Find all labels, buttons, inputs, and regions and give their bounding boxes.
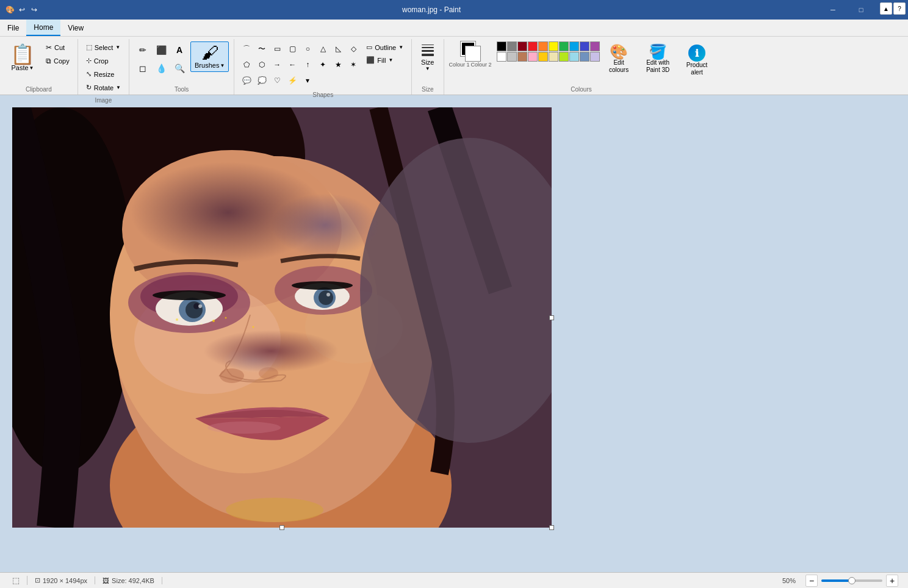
palette-swatch-12[interactable]	[517, 52, 527, 62]
copy-button[interactable]: ⧉ Copy	[43, 55, 73, 67]
shape-arrow-right[interactable]: →	[270, 57, 284, 72]
menu-file[interactable]: File	[0, 20, 26, 36]
cut-button[interactable]: ✂ Cut	[43, 41, 73, 54]
edit-paint3d-button[interactable]: 🪣 Edit with Paint 3D	[638, 41, 678, 77]
shape-curve[interactable]: ⌒	[239, 41, 254, 56]
palette-swatch-0[interactable]	[497, 41, 506, 51]
palette-swatch-13[interactable]	[528, 52, 538, 62]
minimize-button[interactable]: ─	[819, 0, 847, 20]
pencil-tool[interactable]: ✏	[134, 41, 151, 59]
svg-point-9	[128, 272, 250, 333]
product-alert-button[interactable]: ℹ Product alert	[680, 41, 714, 79]
size-button[interactable]: Size ▼	[417, 41, 438, 74]
shape-callout2[interactable]: 💭	[254, 73, 269, 88]
palette-swatch-5[interactable]	[549, 41, 558, 51]
palette-swatch-16[interactable]	[559, 52, 569, 62]
rotate-icon: ↻	[86, 84, 92, 91]
palette-swatch-18[interactable]	[580, 52, 589, 62]
svg-rect-0	[12, 107, 552, 528]
crop-label: Crop	[94, 57, 109, 65]
ribbon-help-btn[interactable]: ?	[893, 2, 906, 15]
palette-swatch-17[interactable]	[569, 52, 579, 62]
shape-triangle[interactable]: △	[315, 41, 330, 56]
colour-palette	[497, 41, 600, 62]
undo-icon[interactable]: ↩	[17, 5, 27, 15]
text-tool[interactable]: A	[171, 41, 188, 59]
edit-colours-button[interactable]: 🎨 Edit colours	[602, 41, 636, 77]
palette-swatch-11[interactable]	[507, 52, 517, 62]
select-area-icon: ⬚	[12, 576, 20, 585]
resize-handle-br[interactable]	[549, 525, 554, 530]
resize-handle-bm[interactable]	[279, 525, 284, 530]
shape-callout1[interactable]: 💬	[239, 73, 254, 88]
paste-button[interactable]: 📋 Paste ▼	[5, 41, 40, 74]
shape-heart[interactable]: ♡	[270, 73, 284, 88]
svg-point-23	[220, 368, 244, 383]
outline-button[interactable]: ▭ Outline ▼	[363, 41, 406, 53]
outline-label: Outline	[375, 44, 396, 51]
resize-handle-mr[interactable]	[549, 315, 554, 320]
shape-diamond[interactable]: ◇	[346, 41, 361, 56]
shape-more[interactable]: ▾	[300, 73, 315, 88]
palette-swatch-8[interactable]	[580, 41, 589, 51]
svg-point-12	[156, 292, 223, 326]
palette-swatch-3[interactable]	[528, 41, 538, 51]
ribbon-controls: ▲ ?	[880, 2, 906, 15]
resize-label: Resize	[94, 71, 115, 78]
palette-swatch-4[interactable]	[538, 41, 548, 51]
ribbon-collapse-btn[interactable]: ▲	[880, 2, 892, 15]
shape-arrow-up[interactable]: ↑	[300, 57, 315, 72]
shape-rounded-rect[interactable]: ▢	[285, 41, 300, 56]
shape-hexagon[interactable]: ⬡	[254, 57, 269, 72]
colorpicker-tool[interactable]: 💧	[153, 60, 170, 77]
zoom-slider[interactable]	[821, 579, 882, 582]
dimensions-text: 1920 × 1494px	[43, 577, 87, 584]
shape-right-triangle[interactable]: ◺	[331, 41, 345, 56]
colour-labels: Colour 1 Colour 2	[449, 62, 492, 68]
shape-star5[interactable]: ★	[331, 57, 345, 72]
palette-swatch-15[interactable]	[549, 52, 558, 62]
shape-squiggle[interactable]: 〜	[254, 41, 269, 56]
select-button[interactable]: ⬚ Select ▼	[83, 41, 124, 53]
palette-swatch-9[interactable]	[590, 41, 600, 51]
palette-swatch-14[interactable]	[538, 52, 548, 62]
edit-paint3d-label: Edit with Paint 3D	[646, 59, 669, 74]
fill-icon: ⬛	[366, 56, 375, 64]
brushes-button[interactable]: 🖌 Brushes ▼	[190, 41, 229, 72]
rotate-button[interactable]: ↻ Rotate ▼	[83, 82, 124, 93]
resize-button[interactable]: ⤡ Resize	[83, 68, 124, 80]
crop-button[interactable]: ⊹ Crop	[83, 55, 124, 66]
menu-home[interactable]: Home	[26, 20, 60, 36]
menu-view[interactable]: View	[60, 20, 91, 36]
palette-swatch-10[interactable]	[497, 52, 506, 62]
shape-rectangle[interactable]: ▭	[270, 41, 284, 56]
eraser-tool[interactable]: ◻	[134, 60, 151, 77]
zoom-out-button[interactable]: −	[805, 575, 818, 587]
palette-swatch-6[interactable]	[559, 41, 569, 51]
shape-lightning[interactable]: ⚡	[285, 73, 300, 88]
ribbon-image: ⬚ Select ▼ ⊹ Crop ⤡ Resize ↻ Rotate	[78, 39, 129, 95]
fill-button[interactable]: ⬛ Fill ▼	[363, 54, 406, 66]
colour2-swatch[interactable]	[466, 46, 480, 61]
shape-pentagon[interactable]: ⬠	[239, 57, 254, 72]
zoom-in-button[interactable]: +	[886, 575, 898, 587]
maximize-button[interactable]: □	[847, 0, 875, 20]
redo-icon[interactable]: ↪	[29, 5, 39, 15]
zoom-slider-thumb[interactable]	[848, 577, 856, 584]
palette-swatch-2[interactable]	[517, 41, 527, 51]
canvas-scroll[interactable]	[0, 95, 908, 572]
svg-point-21	[326, 293, 330, 296]
palette-swatch-1[interactable]	[507, 41, 517, 51]
fill-tool[interactable]: ⬛	[153, 41, 170, 59]
palette-swatch-19[interactable]	[590, 52, 600, 62]
shape-arrow-left[interactable]: ←	[285, 57, 300, 72]
shape-star4[interactable]: ✦	[315, 57, 330, 72]
palette-swatch-7[interactable]	[569, 41, 579, 51]
magnify-tool[interactable]: 🔍	[171, 60, 188, 77]
shape-star6[interactable]: ✶	[346, 57, 361, 72]
brushes-label: Brushes	[195, 62, 219, 69]
shape-ellipse[interactable]: ○	[300, 41, 315, 56]
cut-copy-btns: ✂ Cut ⧉ Copy	[43, 41, 73, 67]
tools-content: ✏ ⬛ A ◻ 💧 🔍 🖌 Brushes ▼	[134, 39, 229, 85]
outline-fill-area: ▭ Outline ▼ ⬛ Fill ▼	[363, 41, 406, 66]
